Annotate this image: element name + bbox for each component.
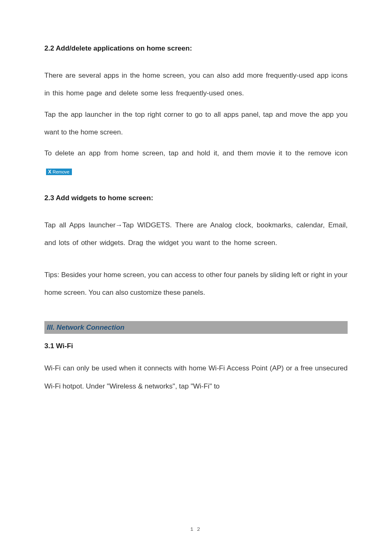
- heading-3-1: 3.1 Wi-Fi: [44, 342, 348, 350]
- remove-label: Remove: [53, 169, 69, 174]
- paragraph: To delete an app from home screen, tap a…: [44, 144, 348, 180]
- paragraph-tips: Tips: Besides your home screen, you can …: [44, 266, 348, 302]
- chapter-bar: III. Network Connection: [44, 321, 348, 334]
- document-page: 2.2 Add/delete applications on home scre…: [0, 0, 392, 555]
- paragraph: Tap all Apps launcher→Tap WIDGETS. There…: [44, 216, 348, 252]
- paragraph: Wi-Fi can only be used when it connects …: [44, 359, 348, 395]
- heading-2-3: 2.3 Add widgets to home screen:: [44, 194, 348, 202]
- paragraph-text: To delete an app from home screen, tap a…: [44, 149, 348, 157]
- paragraph: There are several apps in the home scree…: [44, 67, 348, 102]
- page-footer: １２: [0, 526, 392, 533]
- page-number: １２: [189, 526, 203, 532]
- chapter-title: III. Network Connection: [47, 324, 125, 331]
- heading-2-2: 2.2 Add/delete applications on home scre…: [44, 44, 348, 53]
- remove-x: X: [48, 169, 51, 175]
- remove-icon: XRemove: [46, 169, 72, 175]
- paragraph: Tap the app launcher in the top right co…: [44, 106, 348, 141]
